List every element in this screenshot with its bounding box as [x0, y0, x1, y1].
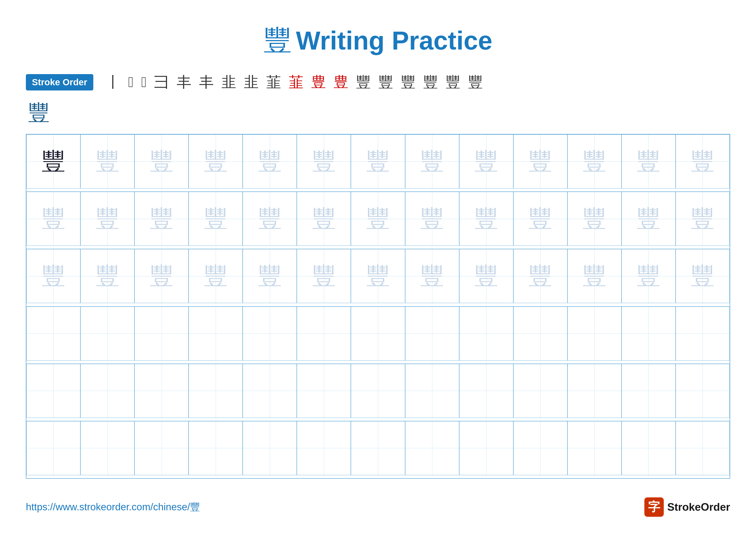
grid-cell[interactable] [622, 364, 676, 418]
page-title: Writing Practice [296, 26, 492, 55]
grid-cell[interactable] [297, 421, 351, 475]
grid-cell[interactable] [351, 421, 405, 475]
grid-cell[interactable] [189, 307, 243, 361]
grid-cell[interactable]: 豐 [567, 249, 622, 303]
grid-cell[interactable]: 豐 [243, 249, 297, 303]
grid-cell[interactable]: 豐 [134, 135, 189, 189]
grid-cell[interactable] [676, 364, 730, 418]
grid-row: 豐豐豐豐豐豐豐豐豐豐豐豐豐 [26, 192, 730, 249]
grid-cell[interactable]: 豐 [513, 192, 567, 246]
grid-cell[interactable]: 豐 [567, 135, 622, 189]
grid-cell[interactable]: 豐 [26, 135, 80, 189]
grid-cell[interactable] [80, 307, 134, 361]
grid-cell[interactable] [567, 421, 622, 475]
grid-cell[interactable] [80, 421, 134, 475]
grid-cell[interactable]: 豐 [243, 192, 297, 246]
grid-cell[interactable] [676, 307, 730, 361]
stroke-step: 彐 [150, 72, 173, 92]
grid-cell[interactable]: 豐 [351, 192, 405, 246]
grid-cell[interactable]: 豐 [26, 249, 80, 303]
grid-cell[interactable]: 豐 [80, 192, 134, 246]
grid-cell[interactable]: 豐 [405, 192, 459, 246]
stroke-step: 𠃍 [124, 74, 138, 91]
practice-char: 豐 [150, 145, 174, 177]
stroke-step: 韮 [285, 72, 307, 92]
grid-cell[interactable] [26, 307, 80, 361]
grid-cell[interactable]: 豐 [459, 249, 513, 303]
grid-cell[interactable]: 豐 [567, 192, 622, 246]
grid-cell[interactable] [297, 364, 351, 418]
practice-char: 豐 [691, 203, 715, 235]
grid-cell[interactable]: 豐 [80, 135, 134, 189]
stroke-step: 𠃌 [138, 74, 150, 91]
grid-cell[interactable]: 豐 [622, 249, 676, 303]
grid-cell[interactable] [405, 421, 459, 475]
grid-cell[interactable]: 豐 [26, 192, 80, 246]
grid-cell[interactable] [459, 421, 513, 475]
grid-cell[interactable] [513, 421, 567, 475]
grid-cell[interactable] [351, 364, 405, 418]
grid-cell[interactable] [405, 307, 459, 361]
stroke-order-section: Stroke Order 丨𠃍𠃌彐丰丰韭韭韮韮豊豊豐豐豐豐豐豐 [26, 72, 730, 92]
grid-cell[interactable] [26, 364, 80, 418]
stroke-step: 豐 [464, 72, 487, 92]
grid-cell[interactable]: 豐 [622, 135, 676, 189]
grid-cell[interactable]: 豐 [351, 135, 405, 189]
grid-cell[interactable]: 豐 [405, 135, 459, 189]
grid-cell[interactable]: 豐 [134, 192, 189, 246]
grid-cell[interactable] [243, 307, 297, 361]
grid-cell[interactable] [26, 421, 80, 475]
grid-cell[interactable] [567, 364, 622, 418]
grid-cell[interactable] [459, 307, 513, 361]
grid-cell[interactable]: 豐 [405, 249, 459, 303]
grid-cell[interactable] [80, 364, 134, 418]
grid-cell[interactable]: 豐 [622, 192, 676, 246]
grid-cell[interactable]: 豐 [134, 249, 189, 303]
grid-cell[interactable]: 豐 [80, 249, 134, 303]
title-row: 豐 Writing Practice [26, 21, 730, 60]
grid-cell[interactable] [297, 307, 351, 361]
grid-cell[interactable]: 豐 [513, 249, 567, 303]
grid-cell[interactable] [622, 307, 676, 361]
grid-cell[interactable] [243, 364, 297, 418]
grid-cell[interactable] [567, 307, 622, 361]
grid-cell[interactable]: 豐 [351, 249, 405, 303]
practice-char: 豐 [312, 203, 336, 235]
grid-cell[interactable] [134, 421, 189, 475]
grid-cell[interactable] [243, 421, 297, 475]
grid-cell[interactable] [622, 421, 676, 475]
grid-cell[interactable] [134, 364, 189, 418]
practice-char: 豐 [258, 145, 282, 177]
grid-cell[interactable]: 豐 [297, 135, 351, 189]
practice-char: 豐 [636, 260, 660, 292]
footer-url: https://www.strokeorder.com/chinese/豐 [26, 500, 200, 514]
grid-cell[interactable] [676, 421, 730, 475]
grid-cell[interactable]: 豐 [676, 192, 730, 246]
stroke-step: 丨 [102, 72, 124, 92]
grid-cell[interactable]: 豐 [189, 192, 243, 246]
practice-char: 豐 [528, 260, 552, 292]
grid-cell[interactable] [513, 307, 567, 361]
practice-char: 豐 [582, 145, 606, 177]
grid-cell[interactable]: 豐 [297, 192, 351, 246]
grid-cell[interactable] [189, 364, 243, 418]
grid-cell[interactable] [459, 364, 513, 418]
grid-cell[interactable] [351, 307, 405, 361]
practice-char: 豐 [366, 145, 390, 177]
grid-cell[interactable]: 豐 [459, 192, 513, 246]
grid-cell[interactable]: 豐 [676, 135, 730, 189]
grid-cell[interactable]: 豐 [189, 135, 243, 189]
grid-cell[interactable]: 豐 [243, 135, 297, 189]
grid-cell[interactable]: 豐 [459, 135, 513, 189]
stroke-step: 韮 [262, 72, 285, 92]
grid-cell[interactable] [134, 307, 189, 361]
grid-cell[interactable] [513, 364, 567, 418]
grid-cell[interactable]: 豐 [676, 249, 730, 303]
stroke-step: 豐 [375, 72, 397, 92]
grid-cell[interactable] [189, 421, 243, 475]
practice-char: 豐 [582, 203, 606, 235]
grid-cell[interactable]: 豐 [513, 135, 567, 189]
grid-cell[interactable] [405, 364, 459, 418]
grid-cell[interactable]: 豐 [297, 249, 351, 303]
grid-cell[interactable]: 豐 [189, 249, 243, 303]
